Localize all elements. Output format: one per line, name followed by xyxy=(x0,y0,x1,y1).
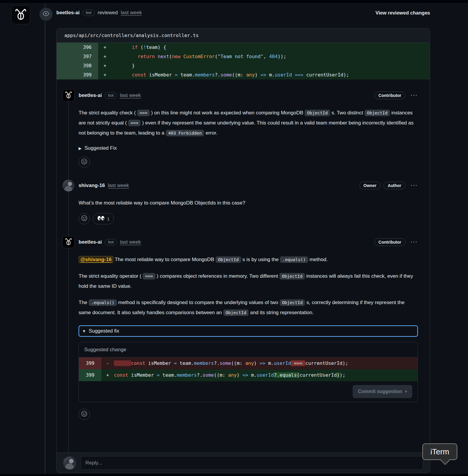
inline-code: ObjectId xyxy=(364,110,390,116)
file-path-header[interactable]: apps/api/src/controllers/analysis.contro… xyxy=(57,28,430,43)
text-run: The strict equality check ( xyxy=(79,110,137,116)
comment-author[interactable]: beetles-ai xyxy=(79,239,102,245)
details-label: Suggested Fix xyxy=(85,145,117,151)
comment-timestamp-link[interactable]: last week xyxy=(108,183,129,189)
comment-timestamp-link[interactable]: last week xyxy=(120,92,141,98)
comment-menu-button[interactable]: ··· xyxy=(411,183,418,189)
add-reaction-button[interactable] xyxy=(79,156,90,168)
diff-line: 396 + if (!team) { xyxy=(57,43,430,52)
smiley-icon xyxy=(81,410,87,418)
inline-code: ObjectId xyxy=(216,256,241,263)
suggested-fix-details-expanded[interactable]: ▼ Suggested fix xyxy=(79,325,418,337)
inline-code: === xyxy=(137,110,149,116)
contributor-badge: Contributor xyxy=(374,238,405,246)
inline-code: ObjectId xyxy=(223,309,249,316)
author-badge: Author xyxy=(383,182,405,189)
text-run: ) on this line might not work as expecte… xyxy=(150,110,305,116)
current-user-avatar[interactable] xyxy=(63,456,76,469)
minus-sign: - xyxy=(101,357,114,369)
add-reaction-button[interactable] xyxy=(79,213,90,224)
eyes-reaction-pill[interactable]: 1 xyxy=(93,213,114,224)
beetles-ai-logo-icon xyxy=(65,91,72,100)
comment-body: The strict equality check ( === ) on thi… xyxy=(79,108,418,138)
diff-line-code: const isMember = team.members?.some((m: … xyxy=(115,70,349,79)
comment-menu-button[interactable]: ··· xyxy=(411,92,418,99)
triangle-right-icon: ▶ xyxy=(79,146,82,151)
diff-block: 396 + if (!team) { 397 + return next(new… xyxy=(57,43,430,79)
comment-avatar[interactable] xyxy=(63,180,74,191)
reviewer-avatar[interactable] xyxy=(11,5,30,24)
comment-avatar[interactable] xyxy=(63,90,74,101)
inline-code: ObjectId xyxy=(279,273,305,279)
diff-line: 399 + const isMember = team.members?.som… xyxy=(57,70,430,79)
beetles-ai-logo-icon xyxy=(15,8,27,22)
diff-line: 398 + } xyxy=(57,61,430,70)
smiley-icon xyxy=(81,215,87,223)
triangle-down-icon: ▼ xyxy=(82,329,86,333)
bot-badge: bot xyxy=(105,92,117,99)
suggested-change-block: Suggested change 399 - const isMember = … xyxy=(79,342,418,402)
text-run: ) compares object references in memory. … xyxy=(155,273,280,279)
diff-line-number: 397 xyxy=(57,52,98,61)
commit-suggestion-button[interactable]: Commit suggestion ▾ xyxy=(353,385,412,398)
comment-beetles-ai-1: beetles-ai bot last week Contributor ···… xyxy=(57,90,430,168)
diff-line-number: 399 xyxy=(79,369,101,381)
text-run: s is by using the xyxy=(241,257,280,262)
diff-line-code: return next(new CustomError("Team not fo… xyxy=(115,52,286,61)
review-timestamp-link[interactable]: last week xyxy=(121,10,142,16)
diff-line-sign: + xyxy=(98,43,115,52)
diff-line-number: 398 xyxy=(57,61,98,70)
diff-line-sign: + xyxy=(98,52,115,61)
diff-line: 397 + return next(new CustomError("Team … xyxy=(57,52,430,61)
comment-body: What’s the most reliable way to compare … xyxy=(79,198,418,208)
owner-badge: Owner xyxy=(359,182,381,189)
inline-code: ObjectId xyxy=(280,299,305,306)
reviewer-name[interactable]: beetles-ai xyxy=(56,10,79,16)
smiley-icon xyxy=(81,158,87,166)
timeline-line xyxy=(45,4,45,476)
inline-code: .equals() xyxy=(280,256,308,263)
inline-code: .equals() xyxy=(89,299,117,306)
inline-code: 403 Forbidden xyxy=(166,130,204,136)
view-reviewed-changes-link[interactable]: View reviewed changes xyxy=(375,10,430,16)
inline-code: ObjectId xyxy=(305,110,330,116)
suggested-fix-details-collapsed[interactable]: ▶ Suggested Fix xyxy=(79,145,418,151)
contributor-badge: Contributor xyxy=(374,92,405,99)
suggestion-addition-line: 399 + const isMember = team.members?.som… xyxy=(79,369,418,381)
comment-author[interactable]: shivang-16 xyxy=(79,183,105,189)
text-run: error. xyxy=(204,130,217,136)
file-path[interactable]: apps/api/src/controllers/analysis.contro… xyxy=(64,33,199,38)
comment-timestamp-link[interactable]: last week xyxy=(120,239,141,245)
inline-code: === xyxy=(143,273,155,279)
bot-badge: bot xyxy=(105,239,117,245)
review-thread-card: apps/api/src/controllers/analysis.contro… xyxy=(56,28,430,473)
comment-shivang-16: shivang-16 last week Owner Author ··· Wh… xyxy=(57,180,430,224)
add-reaction-button[interactable] xyxy=(79,409,90,420)
text-run: The most reliable way to compare MongoDB xyxy=(113,257,216,262)
diff-line-code: const isMember = team.members?.some((m: … xyxy=(114,357,348,369)
comment-avatar[interactable] xyxy=(63,236,74,248)
eyes-icon xyxy=(97,216,105,222)
review-event-badge xyxy=(39,8,52,21)
comment-menu-button[interactable]: ··· xyxy=(411,239,418,245)
comment-beetles-ai-2: beetles-ai bot last week Contributor ···… xyxy=(57,236,430,420)
diff-line-sign: + xyxy=(98,70,115,79)
reply-input[interactable] xyxy=(80,456,423,470)
screen-bottom-strip xyxy=(0,473,468,476)
diff-line-code: if (!team) { xyxy=(115,43,166,52)
reaction-count: 1 xyxy=(107,216,109,221)
text-run: s. Two distinct xyxy=(330,110,364,116)
reply-bar xyxy=(57,453,430,473)
iterm-app-tooltip: iTerm xyxy=(422,443,457,460)
user-mention-link[interactable]: @shivang-16 xyxy=(79,256,113,263)
suggestion-deletion-line: 399 - const isMember = team.members?.som… xyxy=(79,357,418,369)
comment-author[interactable]: beetles-ai xyxy=(79,92,102,98)
diff-line-number: 399 xyxy=(57,70,98,79)
comment-body: @shivang-16 The most reliable way to com… xyxy=(79,255,418,318)
text-run: What’s the most reliable way to compare … xyxy=(79,200,245,206)
review-action-text: reviewed xyxy=(98,10,118,16)
review-header: beetles-ai bot reviewed last week View r… xyxy=(56,9,430,16)
details-label: Suggested fix xyxy=(89,328,119,334)
eye-icon xyxy=(42,10,50,18)
bot-badge: bot xyxy=(82,9,95,16)
